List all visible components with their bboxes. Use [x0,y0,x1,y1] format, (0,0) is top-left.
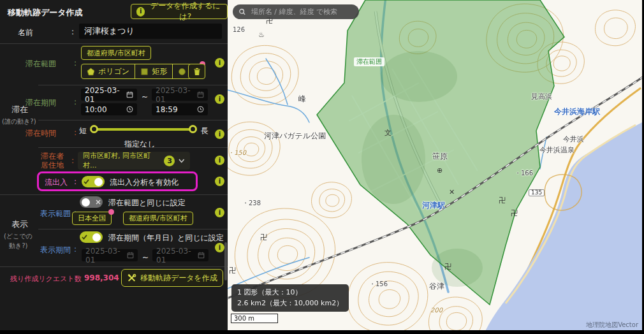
info-icon[interactable]: i [215,208,224,217]
display-range-toggle-text: 滞在範囲と同じに設定 [108,198,186,208]
duration-slider-handle-right[interactable] [189,125,197,133]
delete-shape-button[interactable] [188,64,205,79]
display-period-label-row: 表示期間 : [40,245,77,256]
japan-wide-button[interactable]: 日本全国 [72,212,112,225]
divider [38,85,228,85]
place-label: 笹原 [432,152,448,160]
circle-icon [178,68,186,76]
hot-spring-icon: ♨ [258,31,265,38]
residence-dropdown[interactable]: 同市区町村, 同市区町村... 3 [78,152,190,170]
colon: : [74,177,77,188]
vegetation-patch [381,51,457,102]
duration-slider-track[interactable] [94,128,194,131]
tilde-separator: ~ [142,253,149,262]
help-button[interactable]: i データを作成するには? [131,4,228,19]
stay-date-start-field[interactable]: 2025-03-01 [81,89,137,101]
rect-tool-label: 矩形 [152,66,167,77]
temple-icon: 卍 [499,197,506,204]
sidebar-scrollbar[interactable] [224,242,227,280]
duration-slider-handle-left[interactable] [90,125,98,133]
stay-range-label-row: 滞在範囲 : [26,59,77,69]
info-icon[interactable]: i [215,177,224,186]
map-attribution: 地理院地図Vector [586,321,638,330]
stay-date-start-value: 2025-03-01 [85,86,126,104]
create-data-label: 移動軌跡データを作成 [140,273,217,284]
display-range-label: 表示範囲 [40,208,71,219]
map-search-box[interactable] [233,4,359,19]
residence-label-line1: 滞在者 [41,152,64,161]
trash-icon [193,68,201,76]
name-label-row: 名前 : [18,27,74,38]
map-search-input[interactable] [250,7,353,17]
info-icon[interactable]: i [215,129,224,139]
stay-date-end-field[interactable]: 2025-03-01 [152,89,208,101]
divider [0,43,228,44]
info-icon: i [136,7,145,17]
divider [38,120,228,120]
place-label: 見高浜 [531,93,552,100]
stay-admin-button[interactable]: 都道府県/市区町村 [81,46,151,60]
slider-max-label: 長 [201,126,209,136]
place-label: 谷津 [429,282,444,290]
residence-value: 同市区町村, 同市区町村... [83,151,160,170]
stay-range-label: 滞在範囲 [26,59,56,69]
create-data-button[interactable]: 移動軌跡データを作成 [121,269,223,287]
display-section-title: 表示 [11,219,28,230]
page-title: 移動軌跡データ作成 [8,7,83,18]
flow-toggle[interactable] [82,176,105,187]
display-period-label: 表示期間 [40,245,71,256]
stay-date-end-value: 2025-03-01 [156,86,197,104]
vegetation-patch [362,115,425,204]
display-admin-button[interactable]: 都道府県/市区町村 [123,212,193,225]
station-label: 河津駅 [422,201,445,209]
police-icon: ✕ [449,189,455,196]
display-section-subtitle2: 動き?) [9,242,27,250]
remaining-requests-label: 残り作成リクエスト数 [10,274,82,284]
name-input[interactable] [79,24,222,39]
map-base[interactable] [228,0,642,330]
colon: : [71,27,74,38]
display-date-end-field[interactable]: 2025-03-01 [152,249,209,261]
check-icon [84,179,89,184]
map-area[interactable]: 126 卍 ♨ 峰 ・150 河津バガテル公園 ・238 卍 卍 笹原 河津駅 … [228,0,642,330]
search-icon [238,8,246,16]
elevation-label: ・238 [242,200,261,207]
stay-duration-label-row: 滞在時間 : [26,128,77,139]
colon: : [74,59,77,69]
calendar-icon [197,91,204,98]
info-icon[interactable]: i [215,94,224,104]
duration-value: 指定なし [124,139,156,150]
temple-icon: 卍 [229,267,236,274]
elevation-label: 126 [233,27,245,33]
polygon-tool-button[interactable]: ポリゴン [82,64,135,78]
shape-area-line: 2.6 km2（最大：10,000 km2） [237,298,343,309]
divider [38,147,228,148]
divider [0,266,228,267]
stay-time-end-field[interactable]: 18:59 [152,103,208,115]
divider [38,229,228,229]
display-period-toggle[interactable] [80,231,103,243]
japan-wide-notification-dot [108,209,114,215]
stay-time-start-value: 10:00 [85,105,107,114]
temple-icon: 卍 [511,210,518,217]
info-icon[interactable]: i [215,156,224,165]
name-label: 名前 [18,27,33,38]
display-date-start-field[interactable]: 2025-03-01 [82,249,138,261]
rect-tool-button[interactable]: 矩形 [135,64,173,78]
divider [0,194,228,195]
info-icon[interactable]: i [215,243,224,252]
display-range-toggle[interactable] [80,196,103,208]
shape-info-box: 1 図形（最大：10） 2.6 km2（最大：10,000 km2） [231,284,349,312]
colon: : [74,245,77,256]
info-icon[interactable]: i [215,58,224,68]
display-admin-label: 都道府県/市区町村 [129,214,187,223]
town-office-icon: ⊕ [437,167,443,174]
display-date-start-value: 2025-03-01 [85,247,127,265]
toggle-knob [92,233,101,242]
toggle-knob [94,178,103,186]
tools-icon [127,273,136,283]
stay-time-start-field[interactable]: 10:00 [81,103,137,115]
stay-duration-label: 滞在時間 [26,128,56,139]
remaining-requests-value: 998,304 [84,273,119,282]
x-icon [96,200,101,205]
